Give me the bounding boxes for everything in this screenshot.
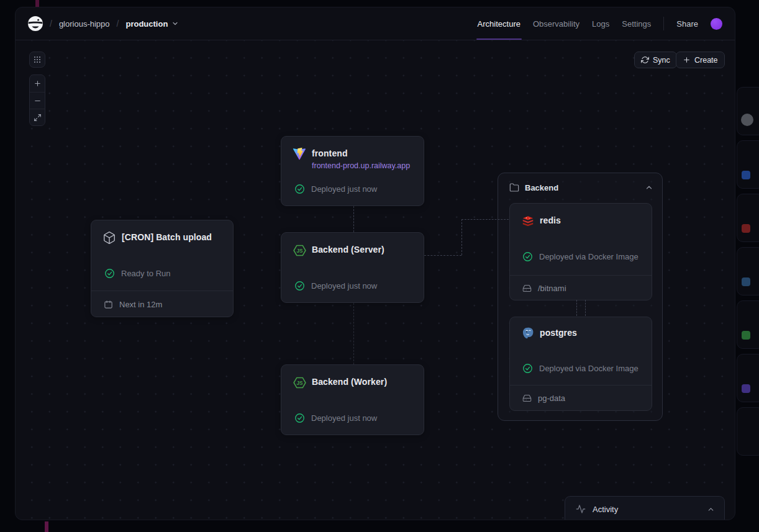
nav-divider (663, 17, 664, 30)
service-node-redis[interactable]: redis Deployed via Docker Image /bitnami (509, 203, 652, 300)
zoom-in-button[interactable] (30, 75, 45, 92)
zoom-out-button[interactable] (30, 92, 45, 109)
status-text: Deployed via Docker Image (539, 364, 639, 373)
activity-panel[interactable]: Activity (565, 496, 725, 520)
cron-schedule-row: Next in 12m (91, 291, 233, 317)
service-title: frontend (312, 148, 348, 158)
template-card[interactable] (737, 300, 759, 349)
tab-architecture[interactable]: Architecture (478, 7, 520, 40)
service-node-cron[interactable]: [CRON] Batch upload Ready to Run Next in… (91, 220, 234, 317)
service-title: Backend (Worker) (312, 377, 387, 387)
vite-icon (292, 147, 307, 161)
collapse-activity-button[interactable] (707, 505, 715, 513)
service-node-postgres[interactable]: postgres Deployed via Docker Image pg-da… (509, 317, 652, 411)
breadcrumb-project[interactable]: glorious-hippo (59, 19, 110, 29)
tab-settings[interactable]: Settings (622, 7, 651, 40)
service-status: Deployed via Docker Image (522, 363, 639, 374)
check-circle-icon (294, 184, 305, 194)
environment-selector[interactable]: production (125, 19, 179, 29)
check-circle-icon (522, 251, 533, 262)
grid-dots-icon (34, 56, 41, 63)
minus-icon (34, 97, 42, 105)
environment-label: production (125, 19, 168, 29)
service-group-backend[interactable]: Backend redis Deployed v (498, 173, 663, 421)
tab-logs[interactable]: Logs (592, 7, 609, 40)
svg-text:JS: JS (296, 248, 303, 253)
breadcrumb-separator: / (50, 19, 52, 29)
check-circle-icon (294, 281, 305, 291)
sync-icon (641, 56, 649, 64)
service-domain-link[interactable]: frontend-prod.up.railway.app (312, 161, 410, 170)
sync-label: Sync (653, 56, 670, 65)
top-bar: / glorious-hippo / production Architectu… (16, 7, 735, 40)
group-title: Backend (525, 183, 558, 192)
nodejs-icon: JS (292, 375, 307, 390)
main-nav: Architecture Observability Logs Settings… (478, 7, 735, 40)
template-card[interactable] (737, 140, 759, 189)
collapse-group-button[interactable] (645, 183, 653, 192)
volume-path: /bitnami (538, 284, 566, 293)
hard-drive-icon (522, 284, 532, 293)
service-status: Deployed via Docker Image (522, 251, 639, 262)
layout-grid-button[interactable] (29, 52, 45, 68)
volume-row[interactable]: /bitnami (510, 275, 652, 300)
cube-icon (102, 230, 117, 245)
template-card[interactable] (737, 87, 759, 135)
edge-frontend-server (353, 206, 354, 232)
sync-button[interactable]: Sync (634, 52, 677, 68)
railway-logo-icon[interactable] (28, 16, 43, 31)
edge-accent-bar-bottom (45, 521, 48, 532)
postgres-icon (520, 326, 535, 341)
check-circle-icon (294, 413, 305, 423)
check-circle-icon (522, 363, 533, 374)
next-run-text: Next in 12m (119, 300, 162, 309)
template-icon (742, 171, 750, 179)
activity-label: Activity (593, 505, 618, 514)
group-header[interactable]: Backend (498, 173, 662, 202)
volume-row[interactable]: pg-data (510, 385, 652, 411)
tab-observability[interactable]: Observability (533, 7, 579, 40)
edge-server-redis (424, 255, 461, 256)
hard-drive-icon (522, 394, 532, 403)
template-icon (741, 114, 753, 126)
status-text: Deployed just now (311, 413, 377, 423)
architecture-canvas[interactable]: / glorious-hippo / production Architectu… (15, 7, 735, 520)
service-title: Backend (Server) (312, 245, 384, 255)
template-card[interactable] (737, 194, 759, 242)
chevron-down-icon (171, 20, 179, 27)
create-button[interactable]: Create (676, 52, 725, 68)
service-status: Deployed just now (294, 184, 377, 194)
breadcrumb-separator: / (117, 19, 119, 29)
service-status: Ready to Run (104, 268, 171, 279)
calendar-icon (104, 300, 113, 309)
status-text: Deployed via Docker Image (539, 252, 639, 261)
edge-redis-postgres (576, 300, 577, 316)
service-title: postgres (540, 328, 577, 338)
edge-server-redis (461, 219, 509, 220)
service-node-backend-worker[interactable]: JS Backend (Worker) Deployed just now (281, 364, 424, 435)
share-button[interactable]: Share (676, 19, 698, 29)
service-title: [CRON] Batch upload (122, 232, 212, 242)
fit-view-button[interactable] (30, 109, 45, 125)
template-icon (742, 331, 750, 340)
edge-postgres-redis (585, 300, 586, 316)
template-card[interactable] (737, 354, 759, 402)
template-card[interactable] (737, 407, 759, 456)
edge-server-worker (353, 303, 354, 364)
service-node-frontend[interactable]: frontend frontend-prod.up.railway.app De… (281, 136, 424, 206)
volume-path: pg-data (538, 394, 565, 403)
status-text: Deployed just now (311, 184, 377, 194)
service-node-backend-server[interactable]: JS Backend (Server) Deployed just now (281, 232, 424, 303)
service-title: redis (540, 215, 561, 225)
template-card[interactable] (737, 247, 759, 295)
svg-text:JS: JS (296, 380, 303, 385)
redis-icon (520, 214, 535, 228)
edge-accent-bar-top (35, 0, 39, 7)
status-text: Ready to Run (121, 269, 171, 278)
breadcrumb: / glorious-hippo / production (16, 16, 179, 31)
user-avatar[interactable] (711, 18, 722, 30)
template-icon (742, 384, 750, 393)
template-icon (742, 224, 750, 233)
service-status: Deployed just now (294, 281, 377, 291)
create-label: Create (694, 56, 718, 65)
